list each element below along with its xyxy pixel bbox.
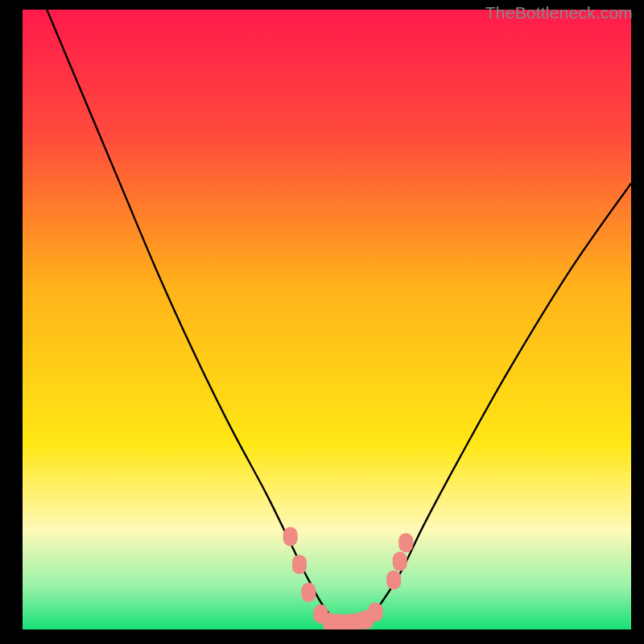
bottleneck-chart — [23, 10, 631, 630]
watermark-text: TheBottleneck.com — [485, 3, 633, 23]
curve-marker — [301, 583, 316, 602]
curve-marker — [386, 570, 401, 589]
curve-marker — [368, 602, 382, 621]
curve-marker — [283, 527, 298, 547]
curve-marker — [398, 533, 413, 552]
curve-marker — [393, 551, 407, 571]
curve-marker — [292, 555, 307, 574]
